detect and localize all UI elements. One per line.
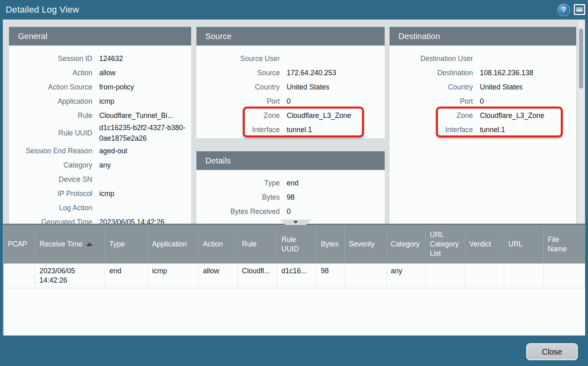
field-label: Interface [390, 124, 473, 135]
detail-panels-area: General Session ID124632 Actionallow Act… [3, 20, 585, 224]
col-header-label: Type [109, 240, 125, 249]
panel-destination: Destination Destination User Destination… [390, 27, 576, 224]
dialog-title: Detailed Log View [6, 0, 79, 20]
cell-type: end [105, 264, 148, 288]
col-header-type[interactable]: Type [105, 225, 148, 264]
dialog-footer: Close [0, 336, 588, 366]
col-header-label: Application [152, 240, 187, 249]
field-value: 0 [480, 96, 576, 107]
col-header-label: Category [391, 240, 420, 249]
field-row-source-zone: ZoneCloudflare_L3_Zone [196, 108, 385, 122]
field-row-bytes-received: Bytes Received0 [196, 204, 385, 218]
field-row-generated-time: Generated Time2023/06/05 14:42:26 [9, 215, 191, 224]
col-header-label: Rule [242, 240, 257, 249]
field-label: Bytes Received [196, 206, 280, 217]
close-button[interactable]: Close [526, 343, 578, 360]
field-row-source: Source172.64.240.253 [196, 65, 385, 80]
col-header-bytes[interactable]: Bytes [317, 225, 345, 264]
field-label: Type [196, 178, 280, 188]
field-row-source-port: Port0 [196, 94, 385, 108]
col-header-url[interactable]: URL [504, 225, 544, 264]
field-label: IP Protocol [9, 188, 92, 199]
field-row-rule-uuid: Rule UUIDd1c16235-b2f2-4327-b380-0ae1875… [9, 122, 191, 144]
field-row-ip-protocol: IP Protocolicmp [9, 186, 191, 200]
field-label: Port [196, 96, 280, 107]
col-header-category[interactable]: Category [387, 225, 426, 264]
col-header-severity[interactable]: Severity [345, 225, 387, 264]
field-label: Bytes [196, 192, 280, 203]
field-row-source-user: Source User [196, 51, 385, 65]
cell-url-category-list [426, 264, 465, 288]
panel-general-header: General [9, 27, 191, 46]
table-row[interactable]: 2023/06/05 14:42:26 end icmp allow Cloud… [4, 264, 585, 288]
col-header-label: File Name [548, 235, 574, 254]
panel-general: General Session ID124632 Actionallow Act… [9, 27, 191, 224]
panel-source-body: Source User Source172.64.240.253 Country… [196, 46, 385, 138]
col-header-receive-time[interactable]: Receive Time [35, 225, 105, 264]
col-header-label: URL Category List [430, 230, 461, 258]
field-row-log-action: Log Action [9, 200, 191, 215]
field-label: Interface [196, 124, 280, 135]
field-value: allow [99, 68, 191, 78]
field-row-action-source: Action Sourcefrom-policy [9, 80, 191, 94]
col-header-action[interactable]: Action [199, 225, 238, 264]
field-row-action: Actionallow [9, 65, 191, 80]
field-value: Cloudflare_L3_Zone [287, 110, 385, 121]
panel-details-header: Details [196, 151, 385, 170]
cell-category: any [387, 264, 426, 288]
col-header-verdict[interactable]: Verdict [465, 225, 504, 264]
field-label: Action [9, 68, 92, 78]
col-header-url-category-list[interactable]: URL Category List [426, 225, 465, 264]
col-header-label: Action [203, 240, 223, 249]
scrollbar-thumb[interactable] [579, 28, 583, 89]
col-header-file-name[interactable]: File Name [544, 225, 585, 264]
log-table: PCAP Receive Time Type Application Actio… [3, 225, 585, 336]
field-row-bytes: Bytes98 [196, 190, 385, 204]
field-row-application: Applicationicmp [9, 94, 191, 108]
field-row-rule: RuleCloudflare_Tunnel_Bi... [9, 108, 191, 122]
field-value: United States [287, 82, 385, 92]
field-row-destination-zone: ZoneCloudflare_L3_Zone [390, 108, 576, 122]
vertical-scrollbar[interactable] [578, 20, 584, 223]
cell-receive-time: 2023/06/05 14:42:26 [35, 264, 105, 288]
panel-destination-body: Destination User Destination108.162.236.… [390, 46, 576, 224]
field-row-destination-interface: Interfacetunnel.1 [390, 122, 576, 137]
field-value: from-policy [99, 82, 191, 92]
field-value: 108.162.236.138 [480, 68, 576, 78]
col-header-rule-uuid[interactable]: Rule UUID [277, 225, 317, 264]
field-label: Session ID [9, 53, 92, 64]
col-header-pcap[interactable]: PCAP [4, 225, 35, 264]
field-row-destination: Destination108.162.236.138 [390, 65, 576, 80]
field-row-source-country: CountryUnited States [196, 80, 385, 94]
field-value: end [287, 178, 385, 188]
field-row-session-id: Session ID124632 [9, 51, 191, 65]
field-label: Country [390, 82, 473, 92]
field-value: 2023/06/05 14:42:26 [99, 217, 191, 224]
col-header-rule[interactable]: Rule [238, 225, 277, 264]
col-header-label: PCAP [8, 240, 27, 249]
field-row-session-end-reason: Session End Reasonaged-out [9, 144, 191, 158]
field-row-type: Typeend [196, 176, 385, 190]
cell-url [504, 264, 544, 288]
sort-ascending-icon [86, 242, 93, 246]
col-header-application[interactable]: Application [148, 225, 199, 264]
field-value: any [99, 160, 191, 170]
cell-application: icmp [148, 264, 199, 288]
field-value: 98 [287, 192, 385, 203]
panel-details: Details Typeend Bytes98 Bytes Received0 [196, 151, 385, 224]
help-icon[interactable]: ? [558, 4, 569, 15]
panel-general-body: Session ID124632 Actionallow Action Sour… [9, 46, 191, 224]
field-label: Country [196, 82, 280, 92]
col-header-label: Severity [349, 240, 375, 249]
splitter-handle[interactable] [280, 220, 311, 225]
col-header-label: Verdict [469, 240, 491, 249]
field-value: tunnel.1 [287, 124, 385, 135]
window-restore-icon-inner [576, 7, 583, 12]
window-restore-icon[interactable] [574, 4, 585, 15]
field-value: 172.64.240.253 [287, 68, 385, 78]
field-label: Rule UUID [9, 128, 92, 138]
field-value: 0 [287, 96, 385, 107]
chevron-down-icon [293, 221, 298, 224]
field-value: d1c16235-b2f2-4327-b380-0ae1875e2a26 [99, 122, 191, 144]
field-row-device-sn: Device SN [9, 172, 191, 186]
